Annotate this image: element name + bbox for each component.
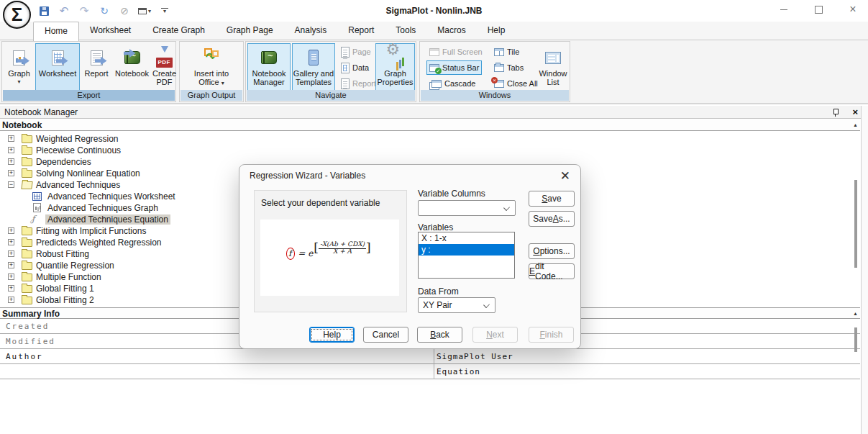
maximize-button[interactable] xyxy=(812,3,825,16)
tab-report[interactable]: Report xyxy=(337,22,385,40)
window-list-button[interactable]: Window List xyxy=(537,43,569,91)
export-notebook-button[interactable]: Notebook xyxy=(112,43,152,91)
refresh-button[interactable]: ↻ xyxy=(98,4,111,17)
finish-button[interactable]: Finish xyxy=(529,327,574,343)
notebook-manager-button[interactable]: Notebook Manager xyxy=(247,43,291,91)
create-pdf-button[interactable]: PDF Create PDF xyxy=(152,43,176,91)
navigate-data-button[interactable]: Data xyxy=(338,60,372,75)
tab-worksheet[interactable]: Worksheet xyxy=(79,22,142,40)
expand-toggle-icon[interactable] xyxy=(8,170,14,176)
tab-analysis[interactable]: Analysis xyxy=(284,22,338,40)
equation-preview: f = e[-X(Ab + CDX)X + A] xyxy=(260,220,399,296)
minimize-button[interactable] xyxy=(777,3,790,16)
tree-item[interactable]: Weighted Regression xyxy=(0,133,860,145)
dialog-title: Regression Wizard - Variables xyxy=(250,171,365,181)
export-report-button[interactable]: Report xyxy=(81,43,111,91)
status-bar-button[interactable]: Status Bar xyxy=(426,60,482,75)
folder-icon xyxy=(22,285,32,293)
expand-toggle-icon[interactable] xyxy=(8,147,14,153)
folder-icon xyxy=(22,239,32,247)
ribbon-tabs: Home Worksheet Create Graph Graph Page A… xyxy=(0,22,868,40)
app-window: Σ ↶ ↷ ↻ ⊘ ▾ ▾ SigmaPlot - Nonlin.JNB × H… xyxy=(0,0,868,434)
graph-icon xyxy=(33,203,41,212)
navigate-page-button[interactable]: Page xyxy=(338,45,374,59)
sigmaplot-logo[interactable]: Σ xyxy=(3,1,31,29)
folder-icon xyxy=(22,273,32,281)
navigate-report-button[interactable]: Report xyxy=(338,76,379,91)
cancel-button[interactable]: Cancel xyxy=(363,327,408,343)
scroll-up-arrow[interactable]: ▲ xyxy=(853,122,858,127)
cascade-button[interactable]: Cascade xyxy=(426,76,478,91)
folder-icon xyxy=(22,227,32,235)
tabs-button[interactable]: Tabs xyxy=(491,60,526,75)
undo-button[interactable]: ↶ xyxy=(58,4,70,17)
expand-toggle-icon[interactable] xyxy=(8,227,14,234)
summary-scrollbar-thumb[interactable] xyxy=(854,327,857,352)
insert-into-office-button[interactable]: ↷ Insert into Office ▾ xyxy=(183,43,240,91)
folder-icon xyxy=(22,297,32,304)
next-button[interactable]: Next xyxy=(472,327,518,343)
close-button[interactable]: × xyxy=(846,3,859,16)
cascade-icon xyxy=(431,80,442,88)
variable-item-x[interactable]: X : 1-x xyxy=(419,232,514,244)
group-caption-export: Export xyxy=(3,90,175,101)
notebook-section-label: Notebook xyxy=(2,120,42,130)
status-bar-icon xyxy=(429,64,439,72)
open-folder-icon xyxy=(21,181,33,189)
scroll-up-arrow[interactable]: ▲ xyxy=(853,311,858,316)
full-screen-button[interactable]: Full Screen xyxy=(426,45,485,59)
save-as-button[interactable]: Save As... xyxy=(529,211,575,227)
save-button[interactable]: Save xyxy=(529,191,575,207)
options-button[interactable]: Options... xyxy=(529,243,575,259)
edit-code-button[interactable]: Edit Code... xyxy=(529,263,575,279)
dropdown-arrow-icon: ▾ xyxy=(17,78,20,86)
summary-row-description: Equation xyxy=(0,365,860,379)
tab-graph-page[interactable]: Graph Page xyxy=(216,22,284,40)
tree-item[interactable]: Piecewise Continuous xyxy=(0,145,860,156)
panel-close-icon[interactable]: × xyxy=(852,107,858,117)
folder-icon xyxy=(22,147,32,155)
variables-label: Variables xyxy=(418,222,453,232)
tab-home[interactable]: Home xyxy=(33,22,79,41)
variable-item-y-selected[interactable]: y : xyxy=(419,244,514,256)
equation-lhs: f xyxy=(286,248,295,260)
group-caption-navigate: Navigate xyxy=(247,90,415,101)
titlebar: Σ ↶ ↷ ↻ ⊘ ▾ ▾ SigmaPlot - Nonlin.JNB × xyxy=(0,0,868,22)
notebook-manager-panel-header: Notebook Manager × xyxy=(0,106,868,119)
back-button[interactable]: Back xyxy=(417,327,462,343)
help-button[interactable]: Help xyxy=(309,327,355,343)
expand-toggle-icon[interactable] xyxy=(8,250,14,257)
graph-properties-button[interactable]: Graph Properties xyxy=(375,43,415,91)
data-from-dropdown[interactable]: XY Pair xyxy=(418,297,495,313)
export-worksheet-button[interactable]: Worksheet xyxy=(35,43,80,91)
tab-help[interactable]: Help xyxy=(477,22,516,40)
save-icon xyxy=(40,6,49,16)
expand-toggle-icon[interactable] xyxy=(8,285,14,291)
tab-macros[interactable]: Macros xyxy=(426,22,476,40)
expand-toggle-icon[interactable] xyxy=(8,135,14,142)
dialog-close-icon[interactable]: ✕ xyxy=(560,168,570,184)
variable-columns-dropdown[interactable] xyxy=(418,200,516,216)
expand-toggle-icon[interactable] xyxy=(8,273,14,280)
variables-listbox[interactable]: X : 1-x y : xyxy=(418,232,515,279)
tab-create-graph[interactable]: Create Graph xyxy=(142,22,216,40)
expand-toggle-icon[interactable] xyxy=(8,158,14,165)
expand-toggle-icon[interactable] xyxy=(8,262,14,268)
data-icon xyxy=(341,63,350,73)
save-button[interactable] xyxy=(37,4,50,17)
expand-toggle-icon[interactable] xyxy=(8,297,14,303)
group-caption-graph-output: Graph Output xyxy=(181,90,242,101)
close-all-button[interactable]: Close All xyxy=(491,76,541,91)
cancel-button[interactable]: ⊘ xyxy=(118,4,131,17)
export-graph-button[interactable]: Graph▾ xyxy=(4,43,35,91)
tab-tools[interactable]: Tools xyxy=(385,22,426,40)
redo-button[interactable]: ↷ xyxy=(78,4,91,17)
tree-scrollbar-thumb[interactable] xyxy=(854,180,857,268)
gallery-and-templates-button[interactable]: Gallery and Templates xyxy=(292,43,335,91)
equation-denominator: X + A xyxy=(333,247,352,255)
tile-button[interactable]: Tile xyxy=(491,45,522,59)
pin-icon[interactable] xyxy=(832,108,839,117)
expand-toggle-icon[interactable] xyxy=(8,239,14,245)
collapse-toggle-icon[interactable] xyxy=(8,181,14,188)
tile-icon xyxy=(494,48,504,56)
